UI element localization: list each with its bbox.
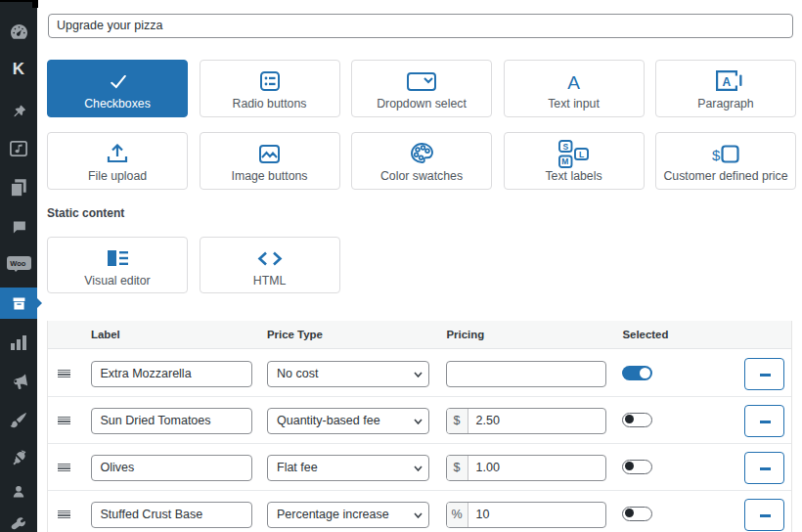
svg-text:M: M xyxy=(561,156,568,166)
svg-text:S: S xyxy=(562,142,568,152)
svg-text:Woo: Woo xyxy=(10,259,26,268)
svg-text:A: A xyxy=(723,75,732,89)
svg-text:$: $ xyxy=(712,147,721,163)
svg-text:L: L xyxy=(579,150,584,159)
